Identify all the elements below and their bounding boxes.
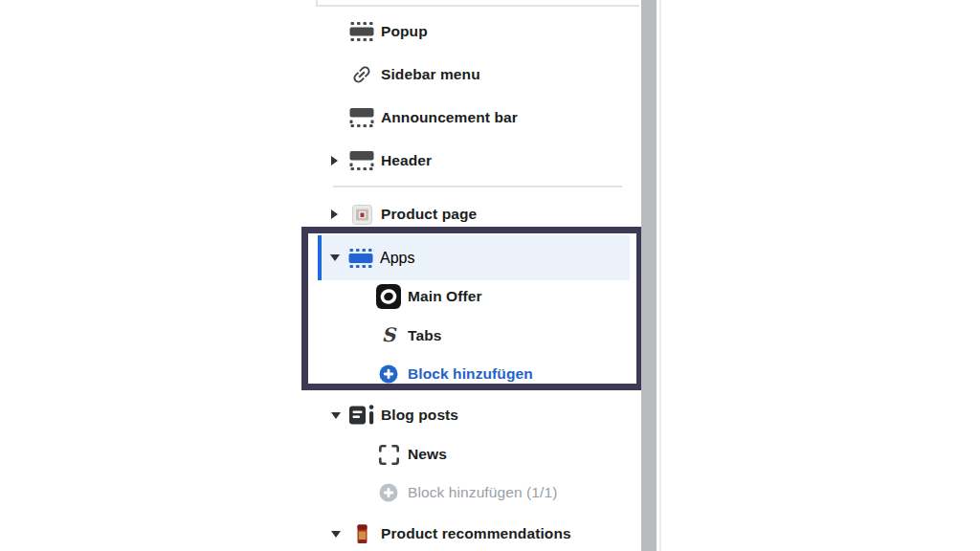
link-icon xyxy=(348,63,375,86)
caret-right-icon[interactable] xyxy=(331,156,348,165)
section-row-announcement-bar[interactable]: Announcement bar xyxy=(331,103,518,132)
section-row-sidebar-menu[interactable]: Sidebar menu xyxy=(331,60,480,89)
tabs-icon: S xyxy=(375,326,402,345)
section-row-popup[interactable]: Popup xyxy=(331,17,428,46)
add-block-button[interactable]: Block hinzufügen xyxy=(375,360,533,388)
block-label: Main Offer xyxy=(408,289,482,304)
section-label: Announcement bar xyxy=(381,110,518,125)
block-label: News xyxy=(408,447,447,462)
caret-right-icon[interactable] xyxy=(331,209,348,219)
divider xyxy=(316,5,639,7)
add-block-button-disabled[interactable]: Block hinzufügen (1/1) xyxy=(375,478,557,507)
caret-down-icon[interactable] xyxy=(330,254,347,261)
announcement-bar-icon xyxy=(348,108,375,127)
product-thumbnail xyxy=(348,523,375,544)
add-block-plus-icon xyxy=(375,364,402,384)
popup-section-icon xyxy=(348,22,375,41)
block-row-news[interactable]: News xyxy=(375,440,447,469)
blog-posts-icon xyxy=(348,405,375,426)
apps-icon xyxy=(347,249,374,268)
product-page-thumbnail xyxy=(348,205,375,225)
section-row-product-page[interactable]: Product page xyxy=(331,200,477,229)
add-block-label: Block hinzufügen xyxy=(408,366,533,382)
section-label: Blog posts xyxy=(381,408,458,423)
add-block-disabled-label: Block hinzufügen (1/1) xyxy=(408,485,557,500)
header-icon xyxy=(348,151,375,170)
section-label: Product recommendations xyxy=(381,526,571,541)
caret-down-icon[interactable] xyxy=(331,412,348,419)
section-row-header[interactable]: Header xyxy=(331,146,432,175)
add-block-plus-icon-disabled xyxy=(375,483,402,502)
section-label: Product page xyxy=(381,207,477,222)
section-row-blog-posts[interactable]: Blog posts xyxy=(331,401,458,430)
block-label: Tabs xyxy=(408,328,441,343)
section-row-apps[interactable]: Apps xyxy=(318,235,630,280)
caret-down-icon[interactable] xyxy=(331,531,348,538)
block-row-main-offer[interactable]: Main Offer xyxy=(375,282,482,311)
panel-edge-line xyxy=(659,0,661,551)
theme-editor-panel: Popup Sidebar menu Announcement bar xyxy=(0,0,980,551)
section-row-product-recommendations[interactable]: Product recommendations xyxy=(331,519,571,548)
section-label: Popup xyxy=(381,24,428,39)
section-label: Sidebar menu xyxy=(381,67,480,82)
block-row-tabs[interactable]: S Tabs xyxy=(375,321,441,350)
section-label: Header xyxy=(381,153,432,168)
selected-accent-bar xyxy=(318,235,322,280)
main-offer-icon xyxy=(375,284,402,309)
news-icon xyxy=(375,445,402,465)
divider xyxy=(333,186,622,187)
scrollbar[interactable] xyxy=(641,0,657,551)
section-label: Apps xyxy=(380,251,414,266)
